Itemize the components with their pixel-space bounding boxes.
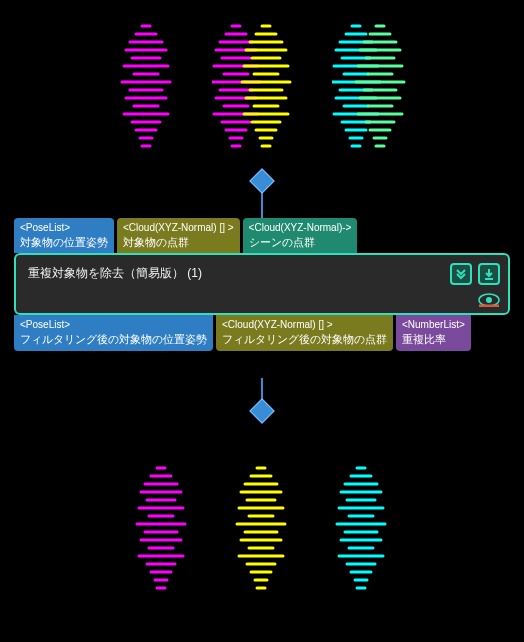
pointcloud-magenta-out: [127, 460, 197, 600]
run-button[interactable]: [478, 263, 500, 285]
input-pointclouds: [0, 18, 524, 158]
visibility-icon[interactable]: [478, 293, 500, 307]
node-body[interactable]: 重複対象物を除去（簡易版） (1): [14, 253, 510, 315]
input-ports: <PoseList> 対象物の位置姿勢 <Cloud(XYZ-Normal) […: [14, 218, 510, 253]
connector-diamond-in: [249, 168, 274, 193]
input-port-poselist[interactable]: <PoseList> 対象物の位置姿勢: [14, 218, 114, 253]
port-label: フィルタリング後の対象物の位置姿勢: [20, 332, 207, 347]
pointcloud-cyan-out: [327, 460, 397, 600]
pointcloud-cyan-green: [332, 18, 412, 158]
output-port-cloud-objects[interactable]: <Cloud(XYZ-Normal) [] > フィルタリング後の対象物の点群: [216, 315, 393, 350]
node-remove-overlap: <PoseList> 対象物の位置姿勢 <Cloud(XYZ-Normal) […: [14, 218, 510, 351]
port-type: <Cloud(XYZ-Normal)->: [249, 221, 352, 235]
pointcloud-magenta: [112, 18, 182, 158]
node-title: 重複対象物を除去（簡易版） (1): [28, 265, 496, 282]
pointcloud-yellow-out: [227, 460, 297, 600]
input-port-cloud-objects[interactable]: <Cloud(XYZ-Normal) [] > 対象物の点群: [117, 218, 240, 253]
output-port-numberlist[interactable]: <NumberList> 重複比率: [396, 315, 471, 350]
port-type: <PoseList>: [20, 221, 108, 235]
port-label: 対象物の位置姿勢: [20, 235, 108, 250]
output-pointclouds: [0, 460, 524, 600]
port-type: <NumberList>: [402, 318, 465, 332]
pointcloud-magenta-yellow: [212, 18, 302, 158]
output-ports: <PoseList> フィルタリング後の対象物の位置姿勢 <Cloud(XYZ-…: [14, 315, 510, 350]
port-type: <Cloud(XYZ-Normal) [] >: [222, 318, 387, 332]
output-port-poselist[interactable]: <PoseList> フィルタリング後の対象物の位置姿勢: [14, 315, 213, 350]
port-type: <Cloud(XYZ-Normal) [] >: [123, 221, 234, 235]
expand-button[interactable]: [450, 263, 472, 285]
port-type: <PoseList>: [20, 318, 207, 332]
port-label: 対象物の点群: [123, 235, 234, 250]
download-arrow-icon: [483, 268, 495, 280]
chevron-double-down-icon: [455, 268, 467, 280]
node-actions: [450, 263, 500, 285]
connector-diamond-out: [249, 398, 274, 423]
svg-point-81: [486, 297, 492, 303]
input-port-cloud-scene[interactable]: <Cloud(XYZ-Normal)-> シーンの点群: [243, 218, 358, 253]
port-label: シーンの点群: [249, 235, 352, 250]
port-label: フィルタリング後の対象物の点群: [222, 332, 387, 347]
port-label: 重複比率: [402, 332, 465, 347]
